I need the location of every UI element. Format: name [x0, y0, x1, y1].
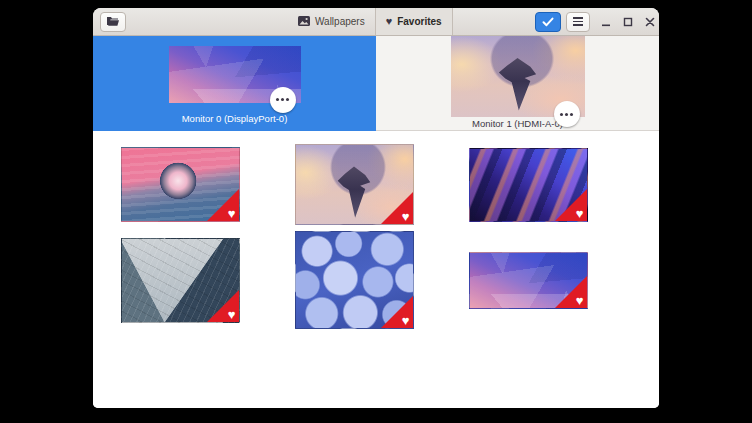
heart-icon: ♥ [228, 207, 236, 220]
tab-wallpapers-label: Wallpapers [315, 16, 365, 27]
favorite-thumbnail-pink-fuzzy-sphere[interactable]: ♥ [121, 147, 240, 222]
monitor-0-section[interactable]: Monitor 0 (DisplayPort-0) [93, 36, 376, 131]
ellipsis-icon [276, 98, 289, 101]
tab-wallpapers[interactable]: Wallpapers [288, 8, 375, 35]
monitor-0-label: Monitor 0 (DisplayPort-0) [182, 112, 288, 131]
maximize-button[interactable] [621, 12, 634, 32]
monitor-strip: Monitor 0 (DisplayPort-0) Monitor 1 (HDM… [93, 36, 659, 131]
header-bar: Wallpapers ♥ Favorites [93, 8, 659, 36]
favorite-thumbnail-floating-island[interactable]: ♥ [295, 144, 414, 225]
ellipsis-icon [560, 113, 573, 116]
open-folder-button[interactable] [100, 12, 126, 32]
heart-icon: ♥ [576, 207, 584, 220]
favorite-thumbnail-purple-silk-waves[interactable]: ♥ [469, 148, 588, 222]
tab-favorites-label: Favorites [397, 16, 441, 27]
monitor-0-wallpaper-thumbnail[interactable] [169, 46, 301, 103]
folder-open-icon [106, 13, 120, 31]
monitor-0-more-button[interactable] [270, 87, 296, 113]
favorites-grid: ♥ ♥ ♥ [93, 131, 659, 329]
heart-icon: ♥ [402, 314, 410, 327]
app-window: Wallpapers ♥ Favorites [93, 8, 659, 408]
tab-favorites[interactable]: ♥ Favorites [375, 8, 453, 35]
monitor-0-thumb-area [93, 36, 376, 112]
monitor-1-wallpaper-thumbnail[interactable] [451, 36, 585, 117]
favorites-view: ♥ ♥ ♥ [93, 131, 659, 408]
monitor-1-more-button[interactable] [554, 101, 580, 127]
heart-icon: ♥ [386, 16, 393, 27]
maximize-icon [623, 13, 633, 31]
favorite-thumbnail-blue-hydrangea[interactable]: ♥ [295, 231, 414, 329]
minimize-button[interactable] [599, 12, 612, 32]
minimize-icon [601, 13, 611, 31]
hamburger-menu-icon [573, 17, 583, 26]
apply-button[interactable] [535, 12, 561, 32]
heart-icon: ♥ [228, 308, 236, 321]
heart-icon: ♥ [402, 210, 410, 223]
favorite-thumbnail-skyscrapers[interactable]: ♥ [121, 238, 240, 323]
monitor-1-section[interactable]: Monitor 1 (HDMI-A-0) [376, 36, 659, 131]
close-button[interactable] [643, 12, 656, 32]
favorite-thumbnail-geometric-ultrawide[interactable]: ♥ [469, 252, 588, 309]
view-switcher: Wallpapers ♥ Favorites [288, 8, 453, 35]
grid-row-2: ♥ ♥ ♥ [93, 231, 659, 329]
grid-row-1: ♥ ♥ ♥ [93, 144, 659, 225]
close-icon [645, 13, 655, 31]
monitor-1-thumb-area [376, 36, 659, 117]
image-icon [298, 16, 310, 28]
header-controls [535, 8, 656, 35]
heart-icon: ♥ [576, 294, 584, 307]
checkmark-icon [542, 13, 554, 31]
menu-button[interactable] [566, 12, 590, 32]
